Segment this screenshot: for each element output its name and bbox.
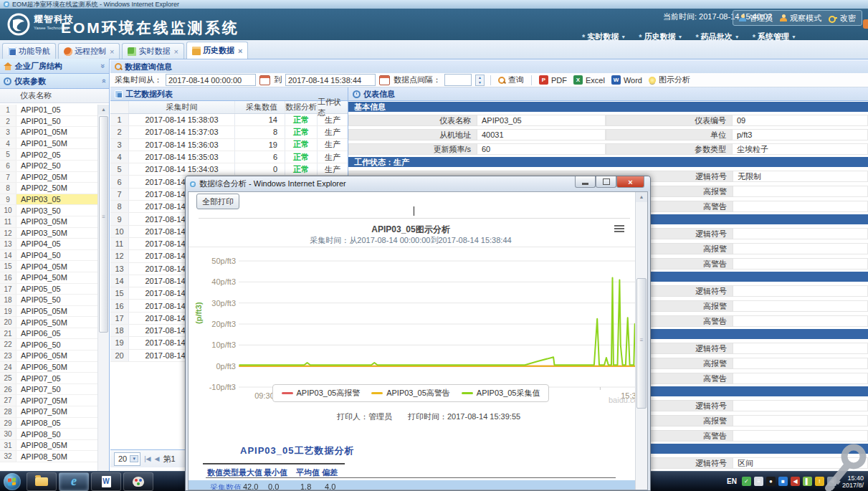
search-ball-icon[interactable]: ● bbox=[766, 477, 776, 486]
chart-menu-icon[interactable] bbox=[614, 225, 624, 234]
chart-analysis-button[interactable]: 图示分析 bbox=[647, 75, 692, 85]
interval-stepper[interactable]: ▲▼ bbox=[475, 75, 485, 86]
minimize-button[interactable] bbox=[575, 176, 596, 188]
messenger-icon[interactable]: ■ bbox=[778, 477, 788, 486]
close-button[interactable]: × bbox=[616, 176, 644, 188]
antivirus-shield-icon[interactable]: ✓ bbox=[742, 477, 751, 486]
meter-list-item[interactable]: 29APIP08_05 bbox=[0, 418, 98, 429]
from-datetime-input[interactable] bbox=[166, 74, 256, 86]
calendar-icon[interactable] bbox=[259, 75, 270, 85]
meter-list-item[interactable]: 11APIP03_05M bbox=[0, 216, 98, 228]
taskbar-word-button[interactable]: W bbox=[91, 472, 121, 491]
export-pdf-button[interactable]: P PDF bbox=[538, 75, 568, 85]
taskbar-explorer-button[interactable] bbox=[27, 472, 57, 491]
chevron-down-icon[interactable]: » bbox=[99, 64, 108, 68]
language-indicator[interactable]: EN bbox=[725, 476, 739, 487]
start-button[interactable] bbox=[4, 473, 21, 490]
media-player-icon[interactable]: ◀ bbox=[791, 477, 800, 486]
meter-list-item[interactable]: 13APIP04_05 bbox=[0, 239, 98, 250]
meter-list-item[interactable]: 19APIP05_05M bbox=[0, 306, 98, 318]
divider bbox=[189, 247, 636, 247]
meter-list-item[interactable]: 4APIP01_50M bbox=[0, 138, 98, 150]
meter-list-item[interactable]: 3APIP01_05M bbox=[0, 127, 98, 138]
meter-list-item[interactable]: 28APIP07_50M bbox=[0, 406, 98, 418]
svg-text:0p/ft3: 0p/ft3 bbox=[216, 362, 236, 371]
admin-button[interactable]: 管理员 bbox=[739, 13, 773, 24]
tab-realtime-data[interactable]: 实时数据× bbox=[122, 43, 183, 59]
meter-list-item[interactable]: 22APIP06_50 bbox=[0, 339, 98, 351]
to-datetime-input[interactable] bbox=[285, 74, 376, 86]
scrollbar-thumb[interactable] bbox=[99, 116, 108, 333]
observe-mode-button[interactable]: 观察模式 bbox=[780, 13, 821, 24]
meter-list-item[interactable]: 9APIP03_05 bbox=[0, 194, 98, 206]
table-row[interactable]: 22017-08-14 15:37:038正常生产 bbox=[110, 126, 348, 138]
export-excel-button[interactable]: X Excel bbox=[572, 75, 606, 85]
scrollbar-thumb[interactable] bbox=[636, 278, 647, 409]
maximize-button[interactable] bbox=[596, 176, 616, 188]
meter-list-item[interactable]: 16APIP04_50M bbox=[0, 272, 98, 284]
meter-list-item[interactable]: 30APIP08_50 bbox=[0, 429, 98, 440]
chevron-up-icon[interactable]: » bbox=[99, 79, 108, 83]
excel-icon: X bbox=[573, 75, 583, 85]
search-button[interactable]: 查询 bbox=[497, 75, 525, 85]
browser-titlebar: e EOM超净室环境在线监测系统 - Windows Internet Expl… bbox=[0, 0, 868, 9]
change-password-button[interactable]: 改密 bbox=[829, 13, 856, 24]
print-all-button[interactable]: 全部打印 bbox=[196, 194, 239, 209]
pager-first-button[interactable]: |◀ bbox=[144, 455, 151, 462]
usb-device-icon[interactable]: ▌ bbox=[803, 477, 812, 486]
meter-list-item[interactable]: 24APIP06_50M bbox=[0, 362, 98, 373]
popup-scrollbar[interactable]: ▲ bbox=[635, 192, 647, 490]
tab-remote-control[interactable]: 远程控制× bbox=[58, 43, 120, 59]
page-size-select[interactable]: 20 ▼ bbox=[114, 452, 140, 466]
scroll-up-icon[interactable]: ▲ bbox=[636, 192, 647, 202]
meter-list-item[interactable]: 8APIP02_50M bbox=[0, 183, 98, 194]
meter-list-item[interactable]: 10APIP03_50 bbox=[0, 205, 98, 216]
meter-list-item[interactable]: 2APIP01_50 bbox=[0, 116, 98, 128]
meter-list-item[interactable]: 20APIP05_50M bbox=[0, 317, 98, 328]
taskbar-ie-button[interactable]: e bbox=[59, 472, 89, 491]
meter-list-item[interactable]: 14APIP04_50 bbox=[0, 250, 98, 262]
meter-list-item[interactable]: 27APIP07_05M bbox=[0, 395, 98, 406]
meter-list-item[interactable]: 32APIP08_50M bbox=[0, 451, 98, 462]
calendar-icon[interactable] bbox=[379, 75, 390, 85]
meter-list-item[interactable]: 31APIP08_05M bbox=[0, 440, 98, 452]
legend-item[interactable]: APIP03_05高报警 bbox=[282, 388, 361, 399]
meter-list-item[interactable]: 5APIP02_05 bbox=[0, 149, 98, 161]
legend-line-icon bbox=[371, 392, 383, 394]
notification-icon[interactable] bbox=[863, 19, 868, 29]
sidebar-panel-building[interactable]: 企业厂房结构 » bbox=[0, 59, 109, 74]
close-icon[interactable]: × bbox=[110, 47, 114, 56]
meter-list-item[interactable]: 15APIP04_05M bbox=[0, 261, 98, 272]
table-row[interactable]: 42017-08-14 15:35:036正常生产 bbox=[110, 151, 348, 163]
meter-list-item[interactable]: 12APIP03_50M bbox=[0, 228, 98, 239]
close-icon[interactable]: × bbox=[238, 47, 242, 55]
word-icon: W bbox=[611, 75, 621, 85]
pager-prev-button[interactable]: ◀ bbox=[154, 455, 159, 462]
legend-item[interactable]: APIP03_05采集值 bbox=[462, 388, 540, 399]
meter-list-item[interactable]: 7APIP02_05M bbox=[0, 172, 98, 183]
tab-function-nav[interactable]: 功能导航 bbox=[2, 43, 56, 59]
legend-item[interactable]: APIP03_05高警告 bbox=[371, 388, 450, 399]
control-panel-icon[interactable]: ≡ bbox=[754, 477, 763, 486]
sidebar-panel-params[interactable]: 仪表参数 » bbox=[0, 74, 109, 89]
taskbar-paint-button[interactable] bbox=[123, 472, 153, 491]
table-row[interactable]: 12017-08-14 15:38:0314正常生产 bbox=[110, 114, 348, 126]
meter-list-item[interactable]: 18APIP05_50 bbox=[0, 295, 98, 306]
search-doc-icon bbox=[115, 63, 122, 70]
scroll-up-icon[interactable]: ▲ bbox=[98, 105, 109, 115]
table-row[interactable]: 32017-08-14 15:36:0319正常生产 bbox=[110, 139, 348, 151]
meter-list-item[interactable]: 26APIP07_50 bbox=[0, 384, 98, 396]
meter-list-item[interactable]: 23APIP06_05M bbox=[0, 351, 98, 362]
sidebar-scrollbar[interactable]: ▲ bbox=[97, 105, 109, 472]
interval-input[interactable] bbox=[444, 74, 472, 86]
meter-list-item[interactable]: 6APIP02_50 bbox=[0, 161, 98, 172]
close-icon[interactable]: × bbox=[173, 47, 178, 56]
tab-history-data[interactable]: 历史数据× bbox=[186, 42, 248, 59]
ie-icon: e bbox=[4, 1, 9, 7]
meter-list-item[interactable]: 1APIP01_05 bbox=[0, 105, 98, 116]
meter-list-item[interactable]: 25APIP07_05 bbox=[0, 373, 98, 384]
meter-list-item[interactable]: 17APIP05_05 bbox=[0, 284, 98, 295]
export-word-button[interactable]: W Word bbox=[610, 75, 644, 85]
table-row[interactable]: 52017-08-14 15:34:030正常生产 bbox=[110, 163, 348, 176]
meter-list-item[interactable]: 21APIP06_05 bbox=[0, 328, 98, 340]
